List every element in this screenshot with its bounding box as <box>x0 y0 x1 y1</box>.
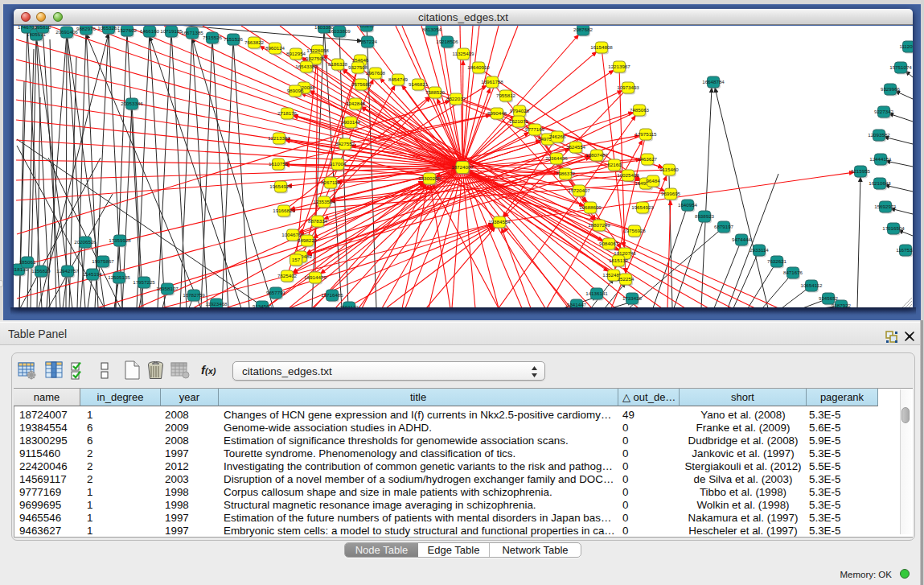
svg-text:20206526: 20206526 <box>74 239 97 245</box>
svg-text:14136141: 14136141 <box>585 290 608 296</box>
svg-text:9699695: 9699695 <box>661 191 681 196</box>
svg-text:16671385: 16671385 <box>181 30 203 35</box>
svg-text:9341447: 9341447 <box>567 302 587 307</box>
svg-text:19975867: 19975867 <box>92 258 114 264</box>
svg-text:17016504: 17016504 <box>882 225 905 231</box>
svg-text:10688609: 10688609 <box>579 204 602 210</box>
svg-text:9227342: 9227342 <box>874 109 894 114</box>
svg-text:9242848: 9242848 <box>346 101 366 106</box>
svg-text:15720407: 15720407 <box>568 187 590 193</box>
svg-text:18807249: 18807249 <box>588 222 610 228</box>
svg-text:16782759: 16782759 <box>183 292 205 298</box>
svg-text:18300295: 18300295 <box>418 175 441 181</box>
svg-text:16154808: 16154808 <box>590 44 613 50</box>
svg-text:8322037: 8322037 <box>446 96 466 101</box>
svg-text:5498222: 5498222 <box>298 237 318 243</box>
svg-text:11325419: 11325419 <box>452 51 474 56</box>
svg-text:12444151: 12444151 <box>869 156 892 162</box>
svg-text:10654112: 10654112 <box>800 282 823 288</box>
svg-text:18724007: 18724007 <box>451 164 474 170</box>
svg-text:7625402: 7625402 <box>277 273 298 278</box>
svg-text:8990448: 8990448 <box>487 110 507 116</box>
svg-text:16648784: 16648784 <box>702 79 725 84</box>
svg-text:9084067: 9084067 <box>599 241 619 246</box>
svg-text:15716485: 15716485 <box>321 292 343 298</box>
svg-text:7955812: 7955812 <box>496 93 516 98</box>
svg-text:11923468: 11923468 <box>205 301 228 307</box>
svg-text:989096: 989096 <box>287 88 304 93</box>
svg-text:7632621: 7632621 <box>767 258 787 264</box>
svg-text:8813054: 8813054 <box>422 27 442 32</box>
svg-text:8427552: 8427552 <box>335 141 355 146</box>
svg-text:10807487: 10807487 <box>585 152 608 158</box>
svg-text:1615132: 1615132 <box>609 257 629 263</box>
svg-text:1156829: 1156829 <box>31 268 51 274</box>
svg-text:1167533: 1167533 <box>896 247 913 253</box>
svg-text:96484: 96484 <box>646 178 660 183</box>
svg-text:9777169: 9777169 <box>525 126 545 132</box>
svg-text:6466160: 6466160 <box>140 28 160 34</box>
svg-text:16033809: 16033809 <box>328 28 351 34</box>
svg-text:16543382: 16543382 <box>295 64 318 69</box>
svg-text:157: 157 <box>292 257 301 262</box>
svg-text:19756928: 19756928 <box>623 228 646 233</box>
svg-text:2967608: 2967608 <box>366 70 386 76</box>
svg-text:16961758: 16961758 <box>481 79 503 84</box>
svg-text:2933114: 2933114 <box>749 247 769 253</box>
svg-text:746266: 746266 <box>549 134 566 139</box>
svg-text:20053346: 20053346 <box>121 101 143 106</box>
svg-text:1621072: 1621072 <box>509 118 529 124</box>
svg-text:8267110: 8267110 <box>321 179 340 185</box>
svg-text:17957225: 17957225 <box>133 279 155 285</box>
svg-text:17359928: 17359928 <box>109 237 131 243</box>
svg-text:8454749: 8454749 <box>388 76 409 82</box>
svg-text:19166829: 19166829 <box>273 208 295 213</box>
svg-text:19218506: 19218506 <box>436 39 458 44</box>
svg-text:9115460: 9115460 <box>659 167 679 172</box>
svg-text:9657791: 9657791 <box>266 290 286 295</box>
svg-text:9327508: 9327508 <box>348 64 368 70</box>
svg-text:7986372: 7986372 <box>556 171 576 176</box>
svg-text:20691406: 20691406 <box>55 29 78 35</box>
svg-text:1112053: 1112053 <box>899 43 913 49</box>
svg-text:20364436: 20364436 <box>545 155 568 161</box>
svg-text:8471676: 8471676 <box>783 270 803 275</box>
svg-text:10973493: 10973493 <box>617 84 639 90</box>
svg-text:8215955: 8215955 <box>851 168 871 174</box>
svg-text:185061: 185061 <box>19 259 36 265</box>
svg-text:12505135: 12505135 <box>108 274 130 280</box>
svg-text:10025438: 10025438 <box>617 172 639 178</box>
svg-text:12213967: 12213967 <box>608 64 630 69</box>
svg-text:2718176: 2718176 <box>277 110 298 116</box>
svg-text:7151526: 7151526 <box>224 36 244 42</box>
svg-text:7485063: 7485063 <box>630 107 650 113</box>
svg-text:9146821: 9146821 <box>409 81 429 87</box>
svg-text:1610755: 1610755 <box>269 161 289 167</box>
svg-text:16210643: 16210643 <box>869 180 891 186</box>
svg-text:12093582: 12093582 <box>868 132 890 138</box>
svg-text:9329966: 9329966 <box>881 86 901 92</box>
svg-text:7663822: 7663822 <box>244 39 265 45</box>
svg-text:9463627: 9463627 <box>638 156 658 162</box>
svg-text:8912954: 8912954 <box>286 51 306 56</box>
svg-text:19654923: 19654923 <box>631 204 654 210</box>
svg-text:9882976: 9882976 <box>76 26 97 31</box>
svg-text:252254: 252254 <box>618 276 634 282</box>
svg-text:9794028: 9794028 <box>510 108 530 113</box>
svg-text:10046766: 10046766 <box>281 232 304 237</box>
svg-text:15751074: 15751074 <box>889 64 912 70</box>
svg-text:995810: 995810 <box>35 26 51 30</box>
svg-text:6879197: 6879197 <box>714 224 734 229</box>
svg-text:9327505: 9327505 <box>306 56 326 61</box>
svg-text:12353594: 12353594 <box>313 199 335 204</box>
svg-text:3675685: 3675685 <box>351 81 372 87</box>
svg-text:3624554: 3624554 <box>566 144 586 150</box>
svg-text:1733426: 1733426 <box>622 295 643 301</box>
svg-text:953267: 953267 <box>359 26 376 28</box>
svg-text:9245652: 9245652 <box>819 295 839 301</box>
svg-text:2903144: 2903144 <box>341 119 361 125</box>
svg-text:19654925: 19654925 <box>269 183 292 189</box>
svg-text:1145194: 1145194 <box>83 271 102 277</box>
svg-text:10719185: 10719185 <box>160 28 183 34</box>
svg-text:8878334: 8878334 <box>308 218 328 224</box>
